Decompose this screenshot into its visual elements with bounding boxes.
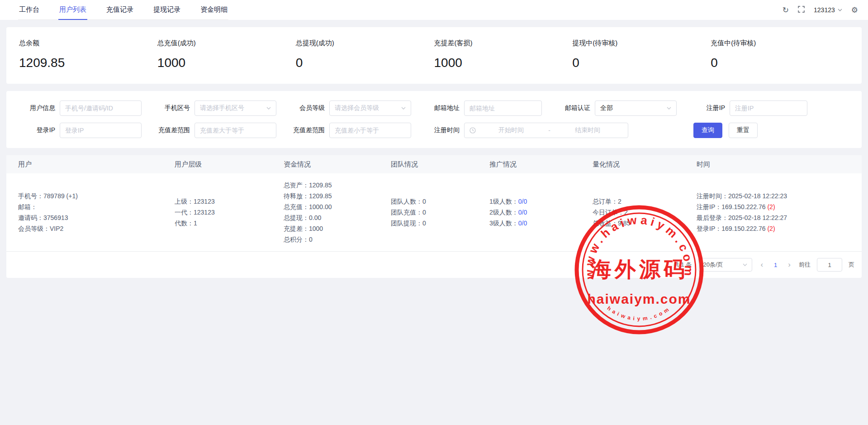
tab-recharge-records[interactable]: 充值记录 (105, 0, 134, 19)
select-placeholder: 请选择会员等级 (335, 104, 379, 112)
field-label: 充值差范围 (289, 126, 325, 134)
user-table: 用户 用户层级 资金情况 团队情况 推广情况 量化情况 时间 手机号：78978… (6, 155, 862, 278)
level3-count-link[interactable]: 0/0 (518, 220, 527, 227)
field-label: 邮箱认证 (554, 104, 590, 112)
level1-count-link[interactable]: 0/0 (518, 198, 527, 205)
search-button[interactable]: 查询 (693, 123, 722, 138)
ip-dup-count: (2) (767, 225, 775, 232)
user-invite-code: 邀请码：3756913 (18, 212, 175, 223)
svg-text:haiwaiym.com: haiwaiym.com (606, 305, 672, 322)
page-size-select[interactable]: 20条/页 (698, 258, 752, 272)
col-team: 团队情况 (391, 160, 489, 169)
field-label: 注册IP (689, 104, 725, 112)
col-time: 时间 (697, 160, 862, 169)
stat-value: 0 (572, 56, 711, 70)
stats-panel: 总余额 1209.85 总充值(成功) 1000 总提现(成功) 0 充提差(客… (6, 27, 862, 84)
tab-withdraw-records[interactable]: 提现记录 (152, 0, 181, 19)
cell-quant: 总订单：2 今日订单：2 总收益：9.85 (593, 196, 697, 229)
stat-value: 0 (296, 56, 434, 70)
goto-page-input[interactable] (817, 258, 842, 272)
stat-total-balance: 总余额 1209.85 (19, 39, 157, 70)
pagination: 共 1 条 20条/页 ‹ 1 › 前往 页 (6, 252, 862, 278)
filter-register-time: 注册时间 开始时间 - 结束时间 (423, 123, 628, 138)
stamp-domain-text: haiwaiym.com (587, 291, 691, 306)
nav-tabs: 工作台 用户列表 充值记录 提现记录 资金明细 (18, 0, 228, 20)
filter-diff-max: 充值差范围 (289, 123, 411, 138)
fullscreen-icon[interactable] (798, 6, 805, 14)
user-phone: 手机号：789789 (+1) (18, 191, 175, 201)
chevron-down-icon (838, 9, 842, 11)
start-time-placeholder: 开始时间 (476, 126, 546, 134)
end-time-placeholder: 结束时间 (552, 126, 623, 134)
stat-label: 充提差(客损) (434, 39, 572, 48)
user-info-input[interactable] (60, 100, 142, 116)
filter-row-2: 登录IP 充值差范围 充值差范围 注册时间 开始时间 - 结束时间 查询 重置 (19, 123, 849, 138)
stat-label: 总提现(成功) (296, 39, 434, 48)
phone-area-select[interactable]: 请选择手机区号 (194, 100, 276, 116)
field-label: 会员等级 (289, 104, 325, 112)
filter-panel: 用户信息 手机区号 请选择手机区号 会员等级 请选择会员等级 邮箱地址 邮箱认证… (6, 91, 862, 148)
cell-level: 上级：123123 一代：123123 代数：1 (175, 196, 284, 229)
chevron-down-icon (667, 107, 671, 110)
diff-max-input[interactable] (329, 123, 411, 138)
stat-label: 充值中(待审核) (711, 39, 849, 48)
prev-page-button[interactable]: ‹ (759, 260, 765, 269)
filter-buttons: 查询 重置 (693, 123, 758, 138)
diff-min-input[interactable] (194, 123, 276, 138)
refresh-icon[interactable]: ↻ (783, 6, 789, 14)
level2-count-link[interactable]: 0/0 (518, 209, 527, 216)
stat-diff: 充提差(客损) 1000 (434, 39, 572, 70)
range-separator: - (546, 127, 552, 134)
next-page-button[interactable]: › (786, 260, 792, 269)
page-unit-label: 页 (849, 261, 854, 269)
col-user: 用户 (6, 160, 175, 169)
filter-register-ip: 注册IP (689, 100, 807, 116)
gear-icon[interactable]: ⚙ (851, 6, 858, 14)
select-value: 全部 (600, 104, 613, 112)
col-funds: 资金情况 (284, 160, 391, 169)
register-time-range[interactable]: 开始时间 - 结束时间 (464, 123, 628, 138)
filter-diff-min: 充值差范围 (154, 123, 276, 138)
field-label: 用户信息 (19, 104, 55, 112)
tab-workbench[interactable]: 工作台 (18, 0, 40, 19)
member-level-select[interactable]: 请选择会员等级 (329, 100, 411, 116)
tab-user-list[interactable]: 用户列表 (58, 0, 87, 19)
account-dropdown[interactable]: 123123 (814, 6, 842, 14)
reset-button[interactable]: 重置 (729, 123, 758, 138)
cell-team: 团队人数：0 团队充值：0 团队提现：0 (391, 196, 489, 229)
stat-recharge-pending: 充值中(待审核) 0 (711, 39, 849, 70)
col-level: 用户层级 (175, 160, 284, 169)
field-label: 邮箱地址 (423, 104, 460, 112)
stat-value: 1000 (157, 56, 296, 70)
cell-promo: 1级人数：0/0 2级人数：0/0 3级人数：0/0 (489, 196, 593, 229)
stat-label: 提现中(待审核) (572, 39, 711, 48)
email-input[interactable] (464, 100, 542, 116)
cell-funds: 总资产：1209.85 待释放：1209.85 总充值：1000.00 总提现：… (284, 180, 391, 245)
chevron-down-icon (401, 107, 406, 110)
field-label: 充值差范围 (154, 126, 190, 134)
col-promo: 推广情况 (489, 160, 593, 169)
topbar: 工作台 用户列表 充值记录 提现记录 资金明细 ↻ 123123 ⚙ (0, 0, 868, 20)
user-vip-level: 会员等级：VIP2 (18, 223, 175, 234)
select-placeholder: 请选择手机区号 (200, 104, 244, 112)
chevron-down-icon (743, 263, 747, 266)
page-number[interactable]: 1 (771, 262, 780, 268)
stat-value: 1209.85 (19, 56, 157, 70)
clock-icon (470, 127, 476, 134)
ip-dup-count: (2) (767, 203, 775, 210)
email-verified-select[interactable]: 全部 (595, 100, 677, 116)
field-label: 注册时间 (423, 126, 460, 134)
tab-fund-details[interactable]: 资金明细 (199, 0, 228, 19)
filter-phone-area: 手机区号 请选择手机区号 (154, 100, 276, 116)
filter-login-ip: 登录IP (19, 123, 142, 138)
stat-value: 1000 (434, 56, 572, 70)
stat-total-recharge: 总充值(成功) 1000 (157, 39, 296, 70)
register-ip-input[interactable] (730, 100, 807, 116)
stamp-arc-bottom-text: haiwaiym.com (606, 305, 672, 322)
stat-value: 0 (711, 56, 849, 70)
filter-member-level: 会员等级 请选择会员等级 (289, 100, 411, 116)
login-ip-input[interactable] (60, 123, 142, 138)
total-count: 共 1 条 (674, 261, 692, 269)
account-name: 123123 (814, 6, 835, 14)
stat-label: 总充值(成功) (157, 39, 296, 48)
